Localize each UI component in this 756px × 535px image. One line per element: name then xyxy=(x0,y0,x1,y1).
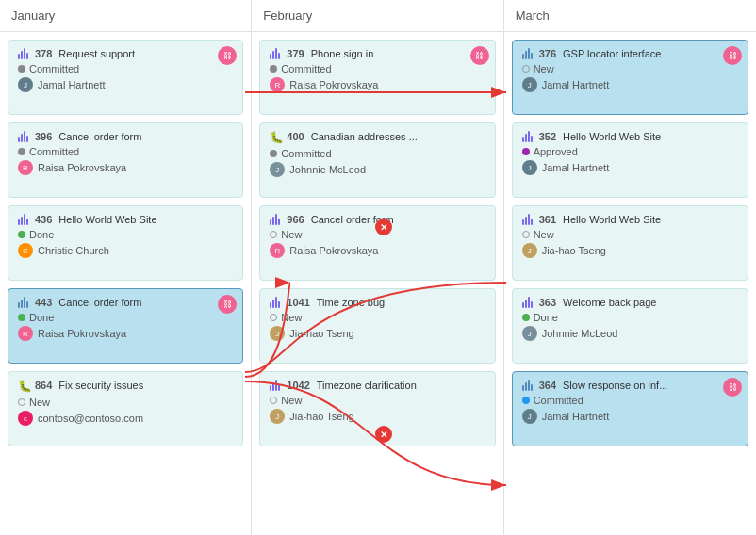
card-title-1042: Timezone clarification xyxy=(317,380,417,391)
card-id-361: 361 xyxy=(539,214,556,225)
avatar-966: R xyxy=(270,243,285,258)
card-1041[interactable]: 1041 Time zone bug New J Jia-hao Tseng xyxy=(259,288,495,364)
column-header-march: March xyxy=(504,0,756,32)
card-title-1041: Time zone bug xyxy=(317,297,385,308)
card-id-436: 436 xyxy=(35,214,52,225)
status-dot-443 xyxy=(18,314,25,321)
link-icon-378[interactable]: ⛓ xyxy=(218,46,237,65)
card-id-966: 966 xyxy=(287,214,304,225)
card-400[interactable]: 🐛 400 Canadian addresses ... Committed J… xyxy=(259,122,495,198)
column-body-january: 378 Request support Committed J Jamal Ha… xyxy=(0,32,251,535)
assignee-label-436: Christie Church xyxy=(38,245,109,256)
card-id-379: 379 xyxy=(287,48,304,59)
column-label-march: March xyxy=(516,8,550,23)
card-assignee-443: R Raisa Pokrovskaya xyxy=(18,326,233,341)
status-dot-364 xyxy=(522,397,530,404)
bars-icon-378 xyxy=(18,48,31,59)
status-label-361: New xyxy=(534,229,554,240)
card-id-1041: 1041 xyxy=(287,297,309,308)
card-966[interactable]: 966 Cancel order form New R Raisa Pokrov… xyxy=(259,205,495,281)
card-363[interactable]: 363 Welcome back page Done J Johnnie McL… xyxy=(512,288,748,364)
avatar-443: R xyxy=(18,326,33,341)
card-title-436: Hello World Web Site xyxy=(58,214,156,225)
bars-icon-443 xyxy=(18,297,31,308)
status-label-379: Committed xyxy=(281,63,331,74)
card-title-363: Welcome back page xyxy=(563,297,656,308)
card-id-352: 352 xyxy=(539,131,556,142)
card-376[interactable]: 376 GSP locator interface New J Jamal Ha… xyxy=(512,40,748,115)
calendar-grid: January 378 Request support Committed J xyxy=(0,0,756,535)
assignee-label-379: Raisa Pokrovskaya xyxy=(289,79,378,90)
card-assignee-361: J Jia-hao Tseng xyxy=(522,243,738,258)
card-436[interactable]: 436 Hello World Web Site Done C Christie… xyxy=(8,205,243,281)
bars-icon-379 xyxy=(270,48,283,59)
column-label-january: January xyxy=(11,8,55,23)
avatar-364: J xyxy=(522,409,537,424)
card-352[interactable]: 352 Hello World Web Site Approved J Jama… xyxy=(512,122,748,198)
card-assignee-352: J Jamal Hartnett xyxy=(522,160,738,175)
status-dot-400 xyxy=(270,150,277,157)
card-396[interactable]: 396 Cancel order form Committed R Raisa … xyxy=(8,122,243,198)
link-icon-443[interactable]: ⛓ xyxy=(218,295,237,314)
card-assignee-1041: J Jia-hao Tseng xyxy=(270,326,485,341)
card-assignee-363: J Johnnie McLeod xyxy=(522,326,738,341)
bars-icon-436 xyxy=(18,214,31,225)
assignee-label-376: Jamal Hartnett xyxy=(542,79,610,90)
bars-icon-363 xyxy=(522,297,535,308)
card-status-364: Committed xyxy=(522,395,738,406)
avatar-396: R xyxy=(18,160,33,175)
avatar-361: J xyxy=(522,243,537,258)
status-label-1041: New xyxy=(281,312,302,323)
card-title-361: Hello World Web Site xyxy=(563,214,661,225)
card-379[interactable]: 379 Phone sign in Committed R Raisa Pokr… xyxy=(259,40,495,115)
assignee-label-966: Raisa Pokrovskaya xyxy=(289,245,378,256)
card-status-400: Committed xyxy=(270,148,485,159)
link-icon-364[interactable]: ⛓ xyxy=(723,378,742,397)
bars-icon-1042 xyxy=(270,380,283,391)
avatar-376: J xyxy=(522,77,537,92)
card-364[interactable]: 364 Slow response on inf... Committed J … xyxy=(512,371,748,446)
status-dot-379 xyxy=(270,65,277,73)
card-378[interactable]: 378 Request support Committed J Jamal Ha… xyxy=(8,40,243,115)
status-dot-1041 xyxy=(270,314,277,321)
card-status-352: Approved xyxy=(522,146,738,157)
card-361[interactable]: 361 Hello World Web Site New J Jia-hao T… xyxy=(512,205,748,281)
status-dot-1042 xyxy=(270,397,277,404)
status-dot-376 xyxy=(522,65,530,73)
column-january: January 378 Request support Committed J xyxy=(0,0,252,535)
card-assignee-436: C Christie Church xyxy=(18,243,233,258)
status-dot-363 xyxy=(522,314,530,321)
status-label-436: Done xyxy=(29,229,54,240)
card-443[interactable]: 443 Cancel order form Done R Raisa Pokro… xyxy=(8,288,243,364)
card-864[interactable]: 🐛 864 Fix security issues New c contoso@… xyxy=(8,371,243,446)
avatar-400: J xyxy=(270,162,285,177)
card-assignee-364: J Jamal Hartnett xyxy=(522,409,738,424)
card-title-352: Hello World Web Site xyxy=(563,131,661,142)
status-label-400: Committed xyxy=(281,148,331,159)
card-title-443: Cancel order form xyxy=(58,297,141,308)
card-id-396: 396 xyxy=(35,131,52,142)
status-label-443: Done xyxy=(29,312,54,323)
column-body-february: 379 Phone sign in Committed R Raisa Pokr… xyxy=(252,32,502,535)
avatar-352: J xyxy=(522,160,537,175)
status-dot-864 xyxy=(18,398,25,406)
status-dot-352 xyxy=(522,148,530,155)
status-dot-378 xyxy=(18,65,25,73)
bars-icon-376 xyxy=(522,48,535,59)
close-icon-2[interactable]: ✕ xyxy=(375,426,392,443)
status-label-1042: New xyxy=(281,395,302,406)
column-header-february: February xyxy=(252,0,502,32)
assignee-label-361: Jia-hao Tseng xyxy=(542,245,606,256)
status-dot-436 xyxy=(18,231,25,238)
card-assignee-400: J Johnnie McLeod xyxy=(270,162,485,177)
link-icon-379[interactable]: ⛓ xyxy=(470,46,489,65)
card-assignee-1042: J Jia-hao Tseng xyxy=(270,409,485,424)
bars-icon-1041 xyxy=(270,297,283,308)
card-id-443: 443 xyxy=(35,297,52,308)
status-dot-396 xyxy=(18,148,25,155)
link-icon-376[interactable]: ⛓ xyxy=(723,46,742,65)
close-icon-1[interactable]: ✕ xyxy=(375,219,392,235)
card-status-443: Done xyxy=(18,312,233,323)
card-assignee-864: c contoso@contoso.com xyxy=(18,411,233,426)
status-label-363: Done xyxy=(534,312,558,323)
